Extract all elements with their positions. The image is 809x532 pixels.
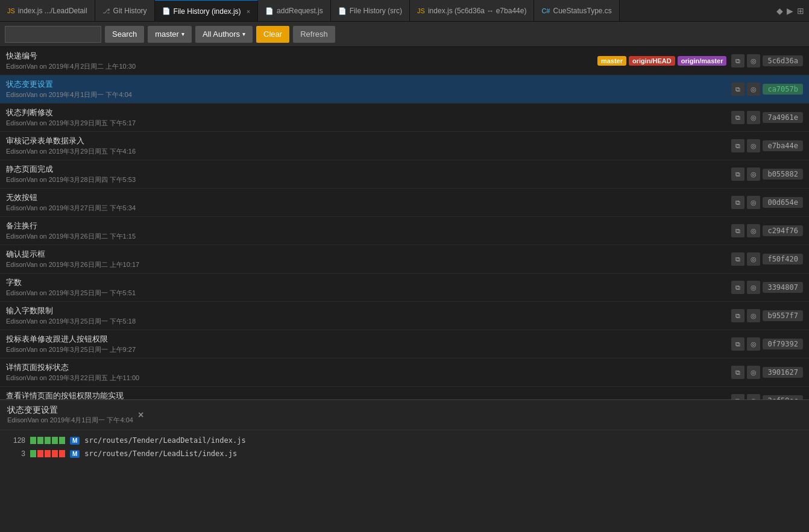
eye-icon[interactable]: ◎ xyxy=(747,196,760,209)
eye-icon[interactable]: ◎ xyxy=(747,252,760,266)
eye-icon[interactable]: ◎ xyxy=(747,54,760,67)
copy-icon[interactable]: ⧉ xyxy=(731,167,744,181)
file-path[interactable]: src/routes/Tender/LeadList/index.js xyxy=(84,449,237,458)
commit-hash: 7a4961e xyxy=(763,112,803,123)
commit-row[interactable]: 状态变更设置EdisonVan on 2019年4月1日周一 下午4:04⧉◎c… xyxy=(0,75,809,104)
commit-row[interactable]: 备注换行EdisonVan on 2019年3月26日周二 下午1:15⧉◎c2… xyxy=(0,217,809,245)
copy-icon[interactable]: ⧉ xyxy=(731,309,744,322)
commit-row[interactable]: 详情页面投标状态EdisonVan on 2019年3月22日周五 上午11:0… xyxy=(0,358,809,387)
file-row[interactable]: 128Msrc/routes/Tender/LeadDetail/index.j… xyxy=(7,434,802,447)
file-type-badge: M xyxy=(70,450,80,458)
tab-bar: JSindex.js .../LeadDetail⎇Git History📄Fi… xyxy=(0,0,809,22)
toolbar: Search master ▾ All Authors ▾ Clear Refr… xyxy=(0,22,809,47)
commit-row[interactable]: 状态判断修改EdisonVan on 2019年3月29日周五 下午5:17⧉◎… xyxy=(0,104,809,132)
commit-hash: 0f79392 xyxy=(763,339,803,349)
copy-icon[interactable]: ⧉ xyxy=(731,337,744,351)
refresh-button[interactable]: Refresh xyxy=(293,26,335,43)
eye-icon[interactable]: ◎ xyxy=(747,224,760,237)
bottom-panel-close-button[interactable]: × xyxy=(138,410,143,421)
tab-label-file-history-index: File History (index.js) xyxy=(174,7,241,16)
eye-icon[interactable]: ◎ xyxy=(747,139,760,152)
copy-icon[interactable]: ⧉ xyxy=(731,366,744,379)
copy-icon[interactable]: ⧉ xyxy=(731,252,744,266)
commit-row[interactable]: 快递编号EdisonVan on 2019年4月2日周二 上午10:30mast… xyxy=(0,47,809,75)
eye-icon[interactable]: ◎ xyxy=(747,366,760,379)
copy-icon[interactable]: ⧉ xyxy=(731,224,744,237)
commit-meta: EdisonVan on 2019年3月27日周三 下午5:34 xyxy=(6,204,726,213)
copy-icon[interactable]: ⧉ xyxy=(731,196,744,209)
commit-meta: EdisonVan on 2019年3月26日周二 下午1:15 xyxy=(6,232,726,241)
authors-button[interactable]: All Authors ▾ xyxy=(195,26,253,43)
master-caret-icon: ▾ xyxy=(181,31,184,37)
tab-add-request[interactable]: 📄addRequest.js xyxy=(258,0,331,22)
commit-meta: EdisonVan on 2019年3月22日周五 上午11:00 xyxy=(6,374,726,383)
tab-index-lead[interactable]: JSindex.js .../LeadDetail xyxy=(0,0,95,22)
tab-file-history-index[interactable]: 📄File History (index.js)× xyxy=(155,0,258,22)
badge-master: master xyxy=(597,56,626,66)
copy-icon[interactable]: ⧉ xyxy=(731,281,744,294)
clear-button[interactable]: Clear xyxy=(256,26,289,43)
commit-title: 快递编号 xyxy=(6,51,593,61)
commit-row[interactable]: 审核记录表单数据录入EdisonVan on 2019年3月29日周五 下午4:… xyxy=(0,132,809,160)
eye-icon[interactable]: ◎ xyxy=(747,167,760,181)
copy-icon[interactable]: ⧉ xyxy=(731,111,744,124)
commit-row[interactable]: 投标表单修改跟进人按钮权限EdisonVan on 2019年3月25日周一 上… xyxy=(0,330,809,358)
commit-hash: c294f76 xyxy=(763,225,803,236)
tab-file-history-src[interactable]: 📄File History (src) xyxy=(331,0,410,22)
commit-hash: f50f420 xyxy=(763,254,803,264)
commit-meta: EdisonVan on 2019年3月29日周五 下午4:16 xyxy=(6,147,726,156)
copy-icon[interactable]: ⧉ xyxy=(731,54,744,67)
tab-close-file-history-index[interactable]: × xyxy=(247,8,250,15)
commit-title: 静态页面完成 xyxy=(6,164,726,175)
bottom-panel-files: 128Msrc/routes/Tender/LeadDetail/index.j… xyxy=(0,430,809,464)
commit-meta: EdisonVan on 2019年4月1日周一 下午4:04 xyxy=(6,90,726,99)
search-input[interactable] xyxy=(5,26,101,43)
commit-title: 确认提示框 xyxy=(6,249,726,260)
tab-label-index-hash: index.js (5c6d36a ↔ e7ba44e) xyxy=(428,7,526,15)
copy-icon[interactable]: ⧉ xyxy=(731,394,744,399)
eye-icon[interactable]: ◎ xyxy=(747,309,760,322)
file-path[interactable]: src/routes/Tender/LeadDetail/index.js xyxy=(84,436,245,445)
tab-icon-git-history: ⎇ xyxy=(102,7,110,15)
commit-row[interactable]: 字数EdisonVan on 2019年3月25日周一 下午5:51⧉◎3394… xyxy=(0,274,809,302)
stat-bars xyxy=(30,450,65,457)
commit-hash: 2ef59ec xyxy=(763,395,803,399)
grid-icon[interactable]: ⊞ xyxy=(797,6,804,16)
commit-hash: e7ba44e xyxy=(763,140,803,151)
commit-title: 无效按钮 xyxy=(6,192,726,203)
commit-row[interactable]: 输入字数限制EdisonVan on 2019年3月25日周一 下午5:18⧉◎… xyxy=(0,302,809,330)
bottom-panel-header: 状态变更设置 EdisonVan on 2019年4月1日周一 下午4:04 × xyxy=(0,400,809,430)
commit-title: 查看详情页面的按钮权限功能实现 xyxy=(6,390,726,399)
file-stat: 128 xyxy=(7,436,25,445)
eye-icon[interactable]: ◎ xyxy=(747,83,760,96)
eye-icon[interactable]: ◎ xyxy=(747,281,760,294)
diamond-icon[interactable]: ◆ xyxy=(776,6,783,16)
file-row[interactable]: 3Msrc/routes/Tender/LeadList/index.js xyxy=(7,447,802,460)
tab-icon-cue-status: C# xyxy=(541,7,550,14)
commit-row[interactable]: 无效按钮EdisonVan on 2019年3月27日周三 下午5:34⧉◎00… xyxy=(0,189,809,217)
eye-icon[interactable]: ◎ xyxy=(747,394,760,399)
play-icon[interactable]: ▶ xyxy=(787,6,793,16)
commit-row[interactable]: 查看详情页面的按钮权限功能实现EdisonVan on 2019年3月22日周五… xyxy=(0,387,809,399)
master-button[interactable]: master ▾ xyxy=(148,26,192,43)
commit-row[interactable]: 静态页面完成EdisonVan on 2019年3月28日周四 下午5:53⧉◎… xyxy=(0,160,809,189)
tab-git-history[interactable]: ⎇Git History xyxy=(95,0,155,22)
commit-meta: EdisonVan on 2019年3月25日周一 上午9:27 xyxy=(6,345,726,354)
tab-index-hash[interactable]: JSindex.js (5c6d36a ↔ e7ba44e) xyxy=(410,0,534,22)
copy-icon[interactable]: ⧉ xyxy=(731,83,744,96)
file-type-badge: M xyxy=(70,437,80,445)
tab-cue-status[interactable]: C#CueStatusType.cs xyxy=(534,0,619,22)
commit-hash: ca7057b xyxy=(763,84,803,95)
badge-origin-master: origin/master xyxy=(678,56,727,66)
badge-origin-head: origin/HEAD xyxy=(629,56,675,66)
bottom-panel: 状态变更设置 EdisonVan on 2019年4月1日周一 下午4:04 ×… xyxy=(0,399,809,532)
commit-title: 详情页面投标状态 xyxy=(6,362,726,373)
search-button[interactable]: Search xyxy=(105,26,144,43)
eye-icon[interactable]: ◎ xyxy=(747,337,760,351)
authors-caret-icon: ▾ xyxy=(242,31,245,37)
eye-icon[interactable]: ◎ xyxy=(747,111,760,124)
commit-row[interactable]: 确认提示框EdisonVan on 2019年3月26日周二 上午10:17⧉◎… xyxy=(0,245,809,274)
commit-title: 状态判断修改 xyxy=(6,107,726,118)
copy-icon[interactable]: ⧉ xyxy=(731,139,744,152)
commit-title: 字数 xyxy=(6,277,726,288)
